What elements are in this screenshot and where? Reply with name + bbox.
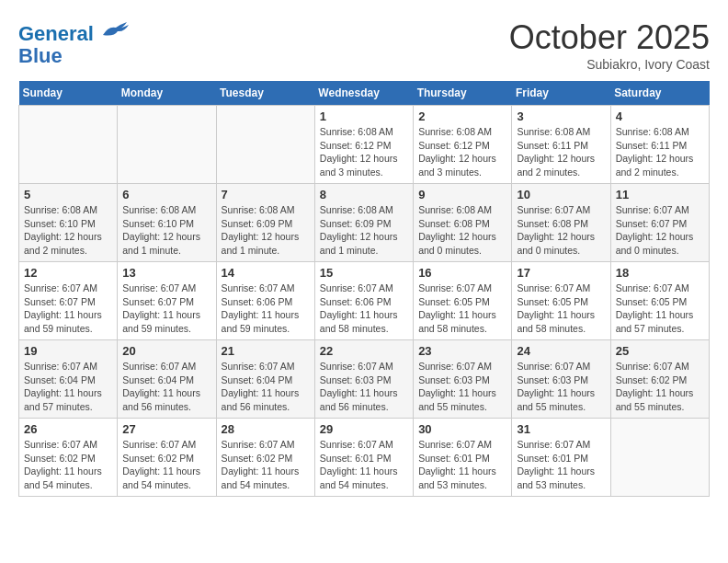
- day-info: Sunrise: 6:07 AM Sunset: 6:07 PM Dayligh…: [616, 203, 704, 258]
- title-block: October 2025 Subiakro, Ivory Coast: [509, 18, 710, 72]
- day-info: Sunrise: 6:08 AM Sunset: 6:12 PM Dayligh…: [320, 125, 408, 179]
- calendar-week-row: 26Sunrise: 6:07 AM Sunset: 6:02 PM Dayli…: [19, 419, 710, 497]
- day-info: Sunrise: 6:07 AM Sunset: 6:01 PM Dayligh…: [320, 438, 408, 492]
- location-subtitle: Subiakro, Ivory Coast: [509, 57, 710, 72]
- day-info: Sunrise: 6:07 AM Sunset: 6:05 PM Dayligh…: [517, 282, 605, 336]
- day-number: 29: [320, 422, 408, 436]
- calendar-cell: 28Sunrise: 6:07 AM Sunset: 6:02 PM Dayli…: [216, 419, 314, 497]
- day-info: Sunrise: 6:07 AM Sunset: 6:03 PM Dayligh…: [320, 360, 408, 414]
- day-number: 9: [418, 188, 506, 201]
- day-number: 20: [122, 344, 210, 358]
- day-number: 4: [616, 109, 704, 123]
- calendar-cell: 17Sunrise: 6:07 AM Sunset: 6:05 PM Dayli…: [512, 262, 610, 340]
- day-info: Sunrise: 6:07 AM Sunset: 6:07 PM Dayligh…: [24, 282, 112, 336]
- day-info: Sunrise: 6:08 AM Sunset: 6:09 PM Dayligh…: [222, 203, 310, 258]
- day-number: 16: [418, 266, 506, 280]
- day-info: Sunrise: 6:08 AM Sunset: 6:09 PM Dayligh…: [320, 203, 408, 258]
- day-info: Sunrise: 6:07 AM Sunset: 6:06 PM Dayligh…: [320, 282, 408, 336]
- calendar-week-row: 12Sunrise: 6:07 AM Sunset: 6:07 PM Dayli…: [19, 262, 710, 340]
- day-number: 14: [222, 266, 310, 280]
- calendar-cell: 29Sunrise: 6:07 AM Sunset: 6:01 PM Dayli…: [314, 419, 413, 497]
- col-header-thursday: Thursday: [414, 81, 512, 106]
- calendar-cell: 30Sunrise: 6:07 AM Sunset: 6:01 PM Dayli…: [414, 419, 512, 497]
- day-info: Sunrise: 6:07 AM Sunset: 6:04 PM Dayligh…: [24, 360, 112, 414]
- calendar-week-row: 19Sunrise: 6:07 AM Sunset: 6:04 PM Dayli…: [19, 340, 710, 419]
- calendar-cell: 18Sunrise: 6:07 AM Sunset: 6:05 PM Dayli…: [610, 262, 709, 340]
- calendar-cell: 10Sunrise: 6:07 AM Sunset: 6:08 PM Dayli…: [512, 184, 610, 262]
- day-number: 10: [517, 188, 605, 201]
- day-number: 23: [418, 344, 506, 358]
- calendar-cell: 24Sunrise: 6:07 AM Sunset: 6:03 PM Dayli…: [512, 340, 610, 419]
- logo-bird-icon: [101, 18, 129, 40]
- calendar-cell: 6Sunrise: 6:08 AM Sunset: 6:10 PM Daylig…: [118, 184, 216, 262]
- day-number: 24: [517, 344, 605, 358]
- day-number: 31: [517, 422, 605, 436]
- day-number: 30: [418, 422, 506, 436]
- day-number: 17: [517, 266, 605, 280]
- calendar-cell: 21Sunrise: 6:07 AM Sunset: 6:04 PM Dayli…: [216, 340, 314, 419]
- col-header-tuesday: Tuesday: [216, 81, 314, 106]
- day-info: Sunrise: 6:07 AM Sunset: 6:01 PM Dayligh…: [517, 438, 605, 492]
- calendar-cell: 5Sunrise: 6:08 AM Sunset: 6:10 PM Daylig…: [19, 184, 118, 262]
- calendar-cell: [216, 106, 314, 184]
- day-info: Sunrise: 6:08 AM Sunset: 6:11 PM Dayligh…: [517, 125, 605, 179]
- day-info: Sunrise: 6:08 AM Sunset: 6:10 PM Dayligh…: [122, 203, 210, 258]
- calendar-cell: 11Sunrise: 6:07 AM Sunset: 6:07 PM Dayli…: [610, 184, 709, 262]
- col-header-monday: Monday: [118, 81, 216, 106]
- day-info: Sunrise: 6:08 AM Sunset: 6:08 PM Dayligh…: [418, 203, 506, 258]
- day-number: 22: [320, 344, 408, 358]
- calendar-cell: [118, 106, 216, 184]
- day-info: Sunrise: 6:07 AM Sunset: 6:02 PM Dayligh…: [616, 360, 704, 414]
- day-number: 15: [320, 266, 408, 280]
- day-number: 11: [616, 188, 704, 201]
- calendar-cell: 2Sunrise: 6:08 AM Sunset: 6:12 PM Daylig…: [414, 106, 512, 184]
- day-info: Sunrise: 6:07 AM Sunset: 6:01 PM Dayligh…: [418, 438, 506, 492]
- calendar-cell: 19Sunrise: 6:07 AM Sunset: 6:04 PM Dayli…: [19, 340, 118, 419]
- day-number: 25: [616, 344, 704, 358]
- col-header-wednesday: Wednesday: [314, 81, 413, 106]
- calendar-cell: 23Sunrise: 6:07 AM Sunset: 6:03 PM Dayli…: [414, 340, 512, 419]
- day-info: Sunrise: 6:07 AM Sunset: 6:05 PM Dayligh…: [616, 282, 704, 336]
- day-number: 26: [24, 422, 112, 436]
- calendar-cell: 25Sunrise: 6:07 AM Sunset: 6:02 PM Dayli…: [610, 340, 709, 419]
- day-info: Sunrise: 6:07 AM Sunset: 6:03 PM Dayligh…: [418, 360, 506, 414]
- calendar-cell: 7Sunrise: 6:08 AM Sunset: 6:09 PM Daylig…: [216, 184, 314, 262]
- day-info: Sunrise: 6:08 AM Sunset: 6:10 PM Dayligh…: [24, 203, 112, 258]
- col-header-sunday: Sunday: [19, 81, 118, 106]
- day-number: 2: [418, 109, 506, 123]
- day-info: Sunrise: 6:07 AM Sunset: 6:02 PM Dayligh…: [122, 438, 210, 492]
- day-number: 19: [24, 344, 112, 358]
- logo: General Blue: [18, 18, 129, 67]
- calendar-cell: 15Sunrise: 6:07 AM Sunset: 6:06 PM Dayli…: [314, 262, 413, 340]
- day-number: 28: [222, 422, 310, 436]
- day-number: 6: [122, 188, 210, 201]
- day-info: Sunrise: 6:07 AM Sunset: 6:02 PM Dayligh…: [24, 438, 112, 492]
- calendar-table: SundayMondayTuesdayWednesdayThursdayFrid…: [18, 81, 710, 497]
- calendar-cell: 3Sunrise: 6:08 AM Sunset: 6:11 PM Daylig…: [512, 106, 610, 184]
- day-number: 13: [122, 266, 210, 280]
- calendar-header-row: SundayMondayTuesdayWednesdayThursdayFrid…: [19, 81, 710, 106]
- calendar-cell: 8Sunrise: 6:08 AM Sunset: 6:09 PM Daylig…: [314, 184, 413, 262]
- day-info: Sunrise: 6:07 AM Sunset: 6:04 PM Dayligh…: [122, 360, 210, 414]
- logo-general: General: [18, 22, 94, 45]
- logo-blue: Blue: [18, 44, 63, 67]
- calendar-cell: 14Sunrise: 6:07 AM Sunset: 6:06 PM Dayli…: [216, 262, 314, 340]
- calendar-cell: 12Sunrise: 6:07 AM Sunset: 6:07 PM Dayli…: [19, 262, 118, 340]
- day-number: 5: [24, 188, 112, 201]
- day-info: Sunrise: 6:07 AM Sunset: 6:04 PM Dayligh…: [222, 360, 310, 414]
- day-number: 18: [616, 266, 704, 280]
- calendar-cell: 26Sunrise: 6:07 AM Sunset: 6:02 PM Dayli…: [19, 419, 118, 497]
- calendar-cell: 27Sunrise: 6:07 AM Sunset: 6:02 PM Dayli…: [118, 419, 216, 497]
- calendar-cell: 31Sunrise: 6:07 AM Sunset: 6:01 PM Dayli…: [512, 419, 610, 497]
- calendar-cell: 1Sunrise: 6:08 AM Sunset: 6:12 PM Daylig…: [314, 106, 413, 184]
- day-info: Sunrise: 6:08 AM Sunset: 6:12 PM Dayligh…: [418, 125, 506, 179]
- day-number: 7: [222, 188, 310, 201]
- day-info: Sunrise: 6:07 AM Sunset: 6:08 PM Dayligh…: [517, 203, 605, 258]
- calendar-cell: 13Sunrise: 6:07 AM Sunset: 6:07 PM Dayli…: [118, 262, 216, 340]
- day-number: 1: [320, 109, 408, 123]
- day-number: 3: [517, 109, 605, 123]
- calendar-cell: [610, 419, 709, 497]
- day-info: Sunrise: 6:07 AM Sunset: 6:05 PM Dayligh…: [418, 282, 506, 336]
- day-info: Sunrise: 6:08 AM Sunset: 6:11 PM Dayligh…: [616, 125, 704, 179]
- day-number: 27: [122, 422, 210, 436]
